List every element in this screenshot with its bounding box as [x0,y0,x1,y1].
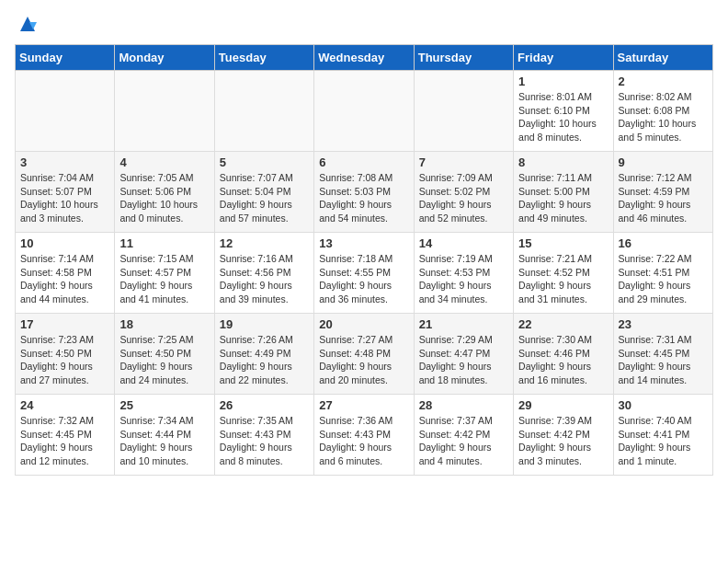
day-number: 29 [518,398,608,412]
calendar-day-cell [16,71,115,152]
calendar-day-cell: 23Sunrise: 7:31 AM Sunset: 4:45 PM Dayli… [613,314,712,395]
calendar-day-cell: 1Sunrise: 8:01 AM Sunset: 6:10 PM Daylig… [514,71,613,152]
day-info: Sunrise: 7:21 AM Sunset: 4:52 PM Dayligh… [518,252,608,306]
day-number: 16 [619,236,708,250]
day-number: 6 [319,155,408,169]
calendar-day-cell: 16Sunrise: 7:22 AM Sunset: 4:51 PM Dayli… [613,233,712,314]
day-number: 24 [20,398,109,412]
calendar-day-cell: 29Sunrise: 7:39 AM Sunset: 4:42 PM Dayli… [514,395,613,476]
page-header [15,15,713,33]
day-info: Sunrise: 7:19 AM Sunset: 4:53 PM Dayligh… [419,252,508,306]
day-number: 27 [319,398,408,412]
calendar-day-cell: 22Sunrise: 7:30 AM Sunset: 4:46 PM Dayli… [514,314,613,395]
weekday-header: Wednesday [314,45,414,71]
day-number: 12 [220,236,309,250]
weekday-header: Thursday [414,45,513,71]
calendar-day-cell: 7Sunrise: 7:09 AM Sunset: 5:02 PM Daylig… [414,152,513,233]
calendar-day-cell: 27Sunrise: 7:36 AM Sunset: 4:43 PM Dayli… [314,395,414,476]
day-info: Sunrise: 7:37 AM Sunset: 4:42 PM Dayligh… [419,414,508,468]
day-info: Sunrise: 7:40 AM Sunset: 4:41 PM Dayligh… [619,414,708,468]
calendar-day-cell: 18Sunrise: 7:25 AM Sunset: 4:50 PM Dayli… [115,314,214,395]
day-info: Sunrise: 7:07 AM Sunset: 5:04 PM Dayligh… [220,171,309,225]
calendar-header-row: SundayMondayTuesdayWednesdayThursdayFrid… [16,45,713,71]
day-number: 26 [220,398,309,412]
day-info: Sunrise: 7:36 AM Sunset: 4:43 PM Dayligh… [319,414,408,468]
day-info: Sunrise: 7:39 AM Sunset: 4:42 PM Dayligh… [518,414,608,468]
day-info: Sunrise: 7:14 AM Sunset: 4:58 PM Dayligh… [20,252,109,306]
day-number: 19 [220,317,309,331]
calendar-day-cell: 25Sunrise: 7:34 AM Sunset: 4:44 PM Dayli… [115,395,214,476]
calendar-day-cell: 26Sunrise: 7:35 AM Sunset: 4:43 PM Dayli… [214,395,313,476]
logo [15,15,39,33]
calendar-day-cell: 13Sunrise: 7:18 AM Sunset: 4:55 PM Dayli… [314,233,414,314]
calendar-week-row: 17Sunrise: 7:23 AM Sunset: 4:50 PM Dayli… [16,314,713,395]
day-info: Sunrise: 7:30 AM Sunset: 4:46 PM Dayligh… [518,333,608,387]
day-info: Sunrise: 7:05 AM Sunset: 5:06 PM Dayligh… [119,171,209,225]
day-info: Sunrise: 7:27 AM Sunset: 4:48 PM Dayligh… [319,333,408,387]
day-info: Sunrise: 7:18 AM Sunset: 4:55 PM Dayligh… [319,252,408,306]
calendar-week-row: 1Sunrise: 8:01 AM Sunset: 6:10 PM Daylig… [16,71,713,152]
day-number: 4 [119,155,209,169]
calendar-day-cell: 30Sunrise: 7:40 AM Sunset: 4:41 PM Dayli… [613,395,712,476]
calendar-day-cell: 11Sunrise: 7:15 AM Sunset: 4:57 PM Dayli… [115,233,214,314]
calendar-day-cell: 28Sunrise: 7:37 AM Sunset: 4:42 PM Dayli… [414,395,513,476]
day-info: Sunrise: 7:29 AM Sunset: 4:47 PM Dayligh… [419,333,508,387]
weekday-header: Sunday [16,45,115,71]
calendar-day-cell: 2Sunrise: 8:02 AM Sunset: 6:08 PM Daylig… [613,71,712,152]
day-info: Sunrise: 8:02 AM Sunset: 6:08 PM Dayligh… [619,90,708,144]
day-number: 10 [20,236,109,250]
day-number: 3 [20,155,109,169]
day-number: 18 [119,317,209,331]
day-number: 30 [619,398,708,412]
day-number: 22 [518,317,608,331]
weekday-header: Tuesday [214,45,313,71]
day-number: 15 [518,236,608,250]
day-number: 28 [419,398,508,412]
calendar-day-cell: 15Sunrise: 7:21 AM Sunset: 4:52 PM Dayli… [514,233,613,314]
weekday-header: Friday [514,45,613,71]
day-info: Sunrise: 7:16 AM Sunset: 4:56 PM Dayligh… [220,252,309,306]
day-number: 7 [419,155,508,169]
day-info: Sunrise: 7:09 AM Sunset: 5:02 PM Dayligh… [419,171,508,225]
day-number: 9 [619,155,708,169]
calendar-day-cell [115,71,214,152]
day-info: Sunrise: 7:35 AM Sunset: 4:43 PM Dayligh… [220,414,309,468]
calendar-day-cell [214,71,313,152]
weekday-header: Saturday [613,45,712,71]
calendar-week-row: 3Sunrise: 7:04 AM Sunset: 5:07 PM Daylig… [16,152,713,233]
day-info: Sunrise: 7:25 AM Sunset: 4:50 PM Dayligh… [119,333,209,387]
day-info: Sunrise: 7:34 AM Sunset: 4:44 PM Dayligh… [119,414,209,468]
calendar-day-cell: 9Sunrise: 7:12 AM Sunset: 4:59 PM Daylig… [613,152,712,233]
day-number: 20 [319,317,408,331]
day-number: 13 [319,236,408,250]
day-number: 8 [518,155,608,169]
calendar-day-cell [414,71,513,152]
calendar-day-cell: 3Sunrise: 7:04 AM Sunset: 5:07 PM Daylig… [16,152,115,233]
day-info: Sunrise: 7:11 AM Sunset: 5:00 PM Dayligh… [518,171,608,225]
calendar-day-cell: 4Sunrise: 7:05 AM Sunset: 5:06 PM Daylig… [115,152,214,233]
calendar-week-row: 24Sunrise: 7:32 AM Sunset: 4:45 PM Dayli… [16,395,713,476]
calendar-day-cell: 19Sunrise: 7:26 AM Sunset: 4:49 PM Dayli… [214,314,313,395]
day-number: 14 [419,236,508,250]
calendar-day-cell: 14Sunrise: 7:19 AM Sunset: 4:53 PM Dayli… [414,233,513,314]
day-number: 17 [20,317,109,331]
calendar-day-cell: 8Sunrise: 7:11 AM Sunset: 5:00 PM Daylig… [514,152,613,233]
calendar-day-cell: 5Sunrise: 7:07 AM Sunset: 5:04 PM Daylig… [214,152,313,233]
calendar-table: SundayMondayTuesdayWednesdayThursdayFrid… [15,44,713,476]
day-number: 1 [518,75,608,88]
weekday-header: Monday [115,45,214,71]
day-number: 5 [220,155,309,169]
day-info: Sunrise: 7:04 AM Sunset: 5:07 PM Dayligh… [20,171,109,225]
calendar-day-cell: 24Sunrise: 7:32 AM Sunset: 4:45 PM Dayli… [16,395,115,476]
day-info: Sunrise: 7:08 AM Sunset: 5:03 PM Dayligh… [319,171,408,225]
calendar-week-row: 10Sunrise: 7:14 AM Sunset: 4:58 PM Dayli… [16,233,713,314]
day-info: Sunrise: 7:23 AM Sunset: 4:50 PM Dayligh… [20,333,109,387]
day-number: 11 [119,236,209,250]
calendar-day-cell: 20Sunrise: 7:27 AM Sunset: 4:48 PM Dayli… [314,314,414,395]
day-info: Sunrise: 7:15 AM Sunset: 4:57 PM Dayligh… [119,252,209,306]
calendar-day-cell: 17Sunrise: 7:23 AM Sunset: 4:50 PM Dayli… [16,314,115,395]
day-number: 21 [419,317,508,331]
day-number: 23 [619,317,708,331]
calendar-day-cell: 10Sunrise: 7:14 AM Sunset: 4:58 PM Dayli… [16,233,115,314]
day-info: Sunrise: 8:01 AM Sunset: 6:10 PM Dayligh… [518,90,608,144]
